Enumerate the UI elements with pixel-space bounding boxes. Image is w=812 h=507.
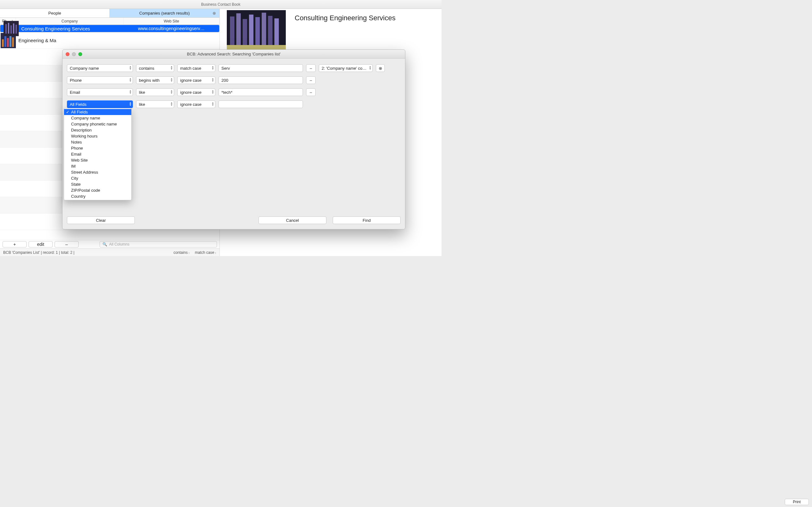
field-select[interactable]: Company name bbox=[67, 64, 133, 72]
op-value: like bbox=[139, 90, 145, 95]
dropdown-option[interactable]: Company name bbox=[64, 115, 131, 121]
value-input[interactable]: *tech* bbox=[218, 89, 303, 96]
clear-button[interactable]: Clear bbox=[67, 216, 135, 224]
field-select[interactable]: Email bbox=[67, 89, 133, 96]
svg-rect-19 bbox=[268, 16, 272, 45]
op-value: begins with bbox=[139, 78, 159, 83]
table-row[interactable]: Engineering & Ma bbox=[0, 32, 219, 49]
stepper-icon bbox=[170, 102, 173, 106]
dropdown-option[interactable]: Company phonetic name bbox=[64, 121, 131, 127]
add-button[interactable]: + bbox=[3, 241, 27, 247]
remove-row-button[interactable]: – bbox=[306, 76, 316, 84]
dropdown-option[interactable]: City bbox=[64, 175, 131, 181]
search-icon: 🔍 bbox=[102, 242, 107, 246]
tab-close-icon[interactable]: ⊗ bbox=[212, 11, 216, 15]
svg-rect-11 bbox=[12, 38, 14, 47]
field-value: Company name bbox=[70, 66, 99, 71]
tab-companies[interactable]: Companies (search results) ⊗ bbox=[110, 9, 219, 17]
dropdown-option[interactable]: Street Address bbox=[64, 169, 131, 175]
status-matchcase-select[interactable]: match case bbox=[195, 250, 216, 255]
column-headers: Ph… ⌃ Company Web Site bbox=[0, 18, 219, 25]
field-value: Phone bbox=[70, 78, 82, 83]
svg-rect-16 bbox=[249, 14, 253, 45]
clear-summary-button[interactable]: ⊗ bbox=[376, 64, 385, 72]
row-company: Consulting Engineering Services bbox=[21, 26, 129, 32]
value-input[interactable]: 200 bbox=[218, 76, 303, 84]
dropdown-option[interactable]: State bbox=[64, 181, 131, 187]
case-select[interactable]: ignore case bbox=[177, 89, 215, 96]
edit-button[interactable]: edit bbox=[29, 241, 53, 247]
stepper-icon bbox=[170, 66, 173, 70]
remove-row-button[interactable]: – bbox=[306, 89, 316, 96]
status-contains-select[interactable]: contains bbox=[173, 250, 190, 255]
svg-rect-15 bbox=[243, 19, 247, 45]
status-text: BCB 'Companies List' | record: 1 | total… bbox=[3, 250, 74, 255]
search-input[interactable]: 🔍 All Columns bbox=[100, 241, 217, 247]
svg-rect-10 bbox=[9, 35, 11, 47]
svg-rect-17 bbox=[255, 17, 260, 45]
svg-rect-7 bbox=[2, 39, 4, 47]
value-input[interactable] bbox=[218, 101, 303, 108]
row-website: www.consultingengineeringserv… bbox=[129, 26, 213, 31]
stepper-icon bbox=[212, 78, 214, 82]
svg-rect-2 bbox=[8, 23, 9, 34]
search-placeholder: All Columns bbox=[109, 242, 130, 246]
op-value: contains bbox=[139, 66, 154, 71]
stepper-icon bbox=[212, 66, 214, 70]
operator-select[interactable]: like bbox=[136, 89, 174, 96]
summary-value: 2: 'Company name' co… bbox=[322, 66, 367, 71]
summary-select[interactable]: 2: 'Company name' co… bbox=[319, 64, 373, 72]
dropdown-option[interactable]: All Fields bbox=[64, 109, 131, 115]
case-value: match case bbox=[180, 66, 201, 71]
stepper-icon bbox=[212, 90, 214, 94]
dropdown-option[interactable]: Email bbox=[64, 151, 131, 157]
dropdown-option[interactable]: IM bbox=[64, 163, 131, 169]
operator-select[interactable]: like bbox=[136, 101, 174, 108]
case-select[interactable]: match case bbox=[177, 64, 215, 72]
dropdown-option[interactable]: Notes bbox=[64, 139, 131, 145]
window-title: Business Contact Book bbox=[0, 0, 442, 9]
list-toolbar: + edit – 🔍 All Columns bbox=[0, 240, 219, 248]
remove-row-button[interactable]: – bbox=[306, 64, 316, 72]
col-company[interactable]: Company bbox=[16, 18, 124, 24]
svg-rect-8 bbox=[4, 36, 6, 47]
op-value: like bbox=[139, 102, 145, 107]
svg-rect-18 bbox=[262, 13, 266, 45]
dropdown-option[interactable]: Country bbox=[64, 193, 131, 199]
svg-rect-14 bbox=[236, 13, 241, 45]
dropdown-option[interactable]: ZIP/Postal code bbox=[64, 187, 131, 193]
svg-rect-1 bbox=[5, 24, 7, 34]
case-value: ignore case bbox=[180, 90, 201, 95]
svg-rect-13 bbox=[230, 16, 235, 45]
field-select[interactable]: Phone bbox=[67, 76, 133, 84]
table-row[interactable]: Consulting Engineering Services www.cons… bbox=[0, 25, 219, 32]
operator-select[interactable]: contains bbox=[136, 64, 174, 72]
stepper-icon bbox=[170, 90, 173, 94]
find-button[interactable]: Find bbox=[333, 216, 401, 224]
dropdown-option[interactable]: Working hours bbox=[64, 133, 131, 139]
cancel-button[interactable]: Cancel bbox=[258, 216, 326, 224]
list-tabs: People Companies (search results) ⊗ bbox=[0, 9, 219, 18]
svg-rect-5 bbox=[15, 25, 17, 34]
svg-rect-9 bbox=[7, 38, 9, 47]
company-thumb bbox=[3, 21, 19, 36]
case-value: ignore case bbox=[180, 78, 201, 83]
field-select[interactable]: All Fields bbox=[67, 101, 133, 108]
tab-people[interactable]: People bbox=[0, 9, 110, 17]
field-value: Email bbox=[70, 90, 80, 95]
status-bar: BCB 'Companies List' | record: 1 | total… bbox=[0, 248, 219, 256]
dropdown-option[interactable]: Description bbox=[64, 127, 131, 133]
remove-button[interactable]: – bbox=[55, 241, 79, 247]
case-select[interactable]: ignore case bbox=[177, 101, 215, 108]
value-input[interactable]: Serv bbox=[218, 64, 303, 72]
criteria-row: Phone begins with ignore case 200 – bbox=[67, 76, 401, 84]
stepper-icon bbox=[129, 90, 132, 94]
field-dropdown[interactable]: All FieldsCompany nameCompany phonetic n… bbox=[64, 108, 132, 200]
col-website[interactable]: Web Site bbox=[124, 18, 219, 24]
case-select[interactable]: ignore case bbox=[177, 76, 215, 84]
dropdown-option[interactable]: Phone bbox=[64, 145, 131, 151]
dropdown-option[interactable]: Web Site bbox=[64, 157, 131, 163]
operator-select[interactable]: begins with bbox=[136, 76, 174, 84]
stepper-icon bbox=[129, 102, 132, 106]
stepper-icon bbox=[129, 66, 132, 70]
